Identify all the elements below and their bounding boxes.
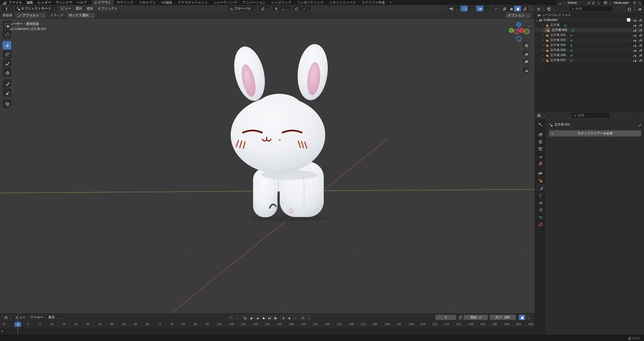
xray-toggle[interactable] [492,6,499,11]
loop-toggle[interactable] [299,315,305,320]
collapse-chevron-icon[interactable]: › [541,43,545,47]
copy-icon[interactable] [591,1,595,4]
shading-wireframe-button[interactable] [501,6,507,11]
workspace-tab[interactable]: スカルプト [136,0,159,5]
workspace-tab[interactable]: シェーディング [211,0,240,5]
properties-tab-output[interactable] [535,138,545,145]
outliner-row-object[interactable]: › 立方体.006 [535,53,644,58]
auto-key-dropdown[interactable] [234,315,240,320]
topbar-menu[interactable]: レンダー [35,0,53,5]
eye-icon[interactable] [633,28,636,32]
camera-icon[interactable] [638,23,642,27]
collapse-chevron-icon[interactable]: › [541,38,545,42]
breadcrumb-object-name[interactable]: 立方体.001 [554,122,570,127]
gizmos-dropdown[interactable] [468,6,475,11]
tool-annotate[interactable] [3,79,11,88]
view-layer-selector[interactable]: ViewLayer [602,1,642,5]
jump-to-end-button[interactable] [272,315,278,320]
sidebar-collapse-arrow[interactable]: ‹ [528,24,529,28]
workspace-tab[interactable]: スクリプト作成 [359,0,388,5]
camera-icon[interactable] [638,28,642,32]
proportional-falloff-dropdown[interactable] [300,6,311,11]
camera-icon[interactable] [638,33,642,37]
properties-tab-material[interactable] [535,220,545,228]
timeline-ruler[interactable]: 1 -6612182430364248546066727884909610210… [0,321,535,328]
outliner-search-input[interactable] [576,7,611,11]
viewport-menu[interactable]: 選択 [73,5,84,12]
viewport-menu[interactable]: ビュー [59,5,73,12]
tool-3d-cursor[interactable] [3,30,11,38]
eye-icon[interactable] [633,33,636,37]
properties-tab-scene[interactable] [535,152,545,159]
properties-editor-icon[interactable] [537,113,541,117]
sync-options-dropdown[interactable] [525,315,531,320]
shading-solid-button[interactable] [507,6,514,11]
viewport-menu[interactable]: 追加 [84,5,95,12]
gizmo-minus-y-ball[interactable] [525,29,529,34]
camera-icon[interactable] [638,43,642,47]
outliner-row-scene-collection[interactable]: シーンコレクション [535,12,644,17]
current-frame-field[interactable]: 1 [435,315,456,320]
visibility-dropdown[interactable] [447,6,459,11]
copy-icon[interactable] [632,1,636,4]
eye-icon[interactable] [633,18,636,22]
pivot-point-dropdown[interactable] [259,6,270,11]
previous-keyframe-button[interactable] [248,315,254,320]
drag-mode-dropdown[interactable]: ボックス選択 [67,13,95,18]
workspace-tab[interactable]: レンダリング [269,0,294,5]
new-collection-button[interactable] [636,6,642,11]
collapse-chevron-icon[interactable]: › [541,58,545,62]
playback-sync-toggle[interactable] [519,315,525,320]
properties-tab-collection[interactable] [535,169,545,177]
chevron-down-icon[interactable] [632,7,635,10]
mode-dropdown[interactable]: オブジェクトモード [15,6,57,11]
workspace-tab[interactable]: UV編集 [158,0,175,5]
shading-rendered-button[interactable] [521,6,528,11]
outliner-row-collection[interactable]: ⌄ Collection [535,17,644,22]
properties-tab-modifiers[interactable] [536,184,545,191]
channels-expand-arrow[interactable]: ▸ [2,329,3,333]
tool-add-cube[interactable] [3,99,11,108]
step-options-dropdown[interactable] [292,315,298,320]
chevron-down-icon[interactable] [542,7,545,10]
pan-button[interactable] [522,50,529,57]
properties-tab-render[interactable] [535,130,545,138]
editor-type-button[interactable] [2,6,13,11]
camera-icon[interactable] [638,53,642,57]
expand-chevron-icon[interactable]: ⌄ [535,18,538,22]
properties-tab-constraints[interactable] [535,206,545,213]
navigation-gizmo[interactable]: Z Y X [506,20,531,44]
coord-system-dropdown[interactable]: デフォルト [16,13,46,18]
topbar-menu[interactable]: 編集 [24,0,35,5]
properties-tab-tool[interactable] [535,120,545,128]
frame-start-field[interactable]: 開始 1 [464,315,488,320]
timeline-channels[interactable]: ▸ [0,328,535,335]
scene-selector[interactable]: Scene [556,1,601,5]
collapse-chevron-icon[interactable]: › [541,48,545,52]
properties-tab-data[interactable] [535,213,545,220]
transform-orientation-dropdown[interactable]: グローバル [228,6,257,11]
jump-to-start-button[interactable] [242,315,248,320]
tool-measure[interactable] [3,88,11,97]
timeline-menu[interactable]: マーカー [28,314,46,321]
collapse-chevron-icon[interactable]: › [541,28,545,32]
viewport-canvas[interactable]: ユーザー・透視投影 (1) Collection | 立方体.001 Z Y X… [0,19,535,313]
outliner-search[interactable] [570,6,612,11]
loop-options-dropdown[interactable] [305,315,311,320]
overlays-dropdown[interactable] [484,6,490,11]
tool-rotate[interactable] [3,50,11,59]
camera-icon[interactable] [638,48,642,52]
outliner-row-object[interactable]: › 立方体.004 [535,42,644,48]
chevron-down-icon[interactable] [542,114,545,117]
blender-logo-icon[interactable] [2,0,7,5]
zoom-button[interactable] [522,41,529,48]
collapse-chevron-icon[interactable]: › [541,23,545,27]
properties-search-input[interactable] [578,113,608,117]
scene-name[interactable]: Scene [567,1,585,5]
eye-icon[interactable] [633,43,636,47]
play-reverse-button[interactable] [254,315,260,320]
outliner-editor-icon[interactable] [536,7,540,11]
add-workspace-button[interactable]: + [388,0,394,5]
outliner-row-object[interactable]: › 立方体.003 [535,37,644,42]
outliner-row-object[interactable]: › 立方体 [535,22,644,27]
